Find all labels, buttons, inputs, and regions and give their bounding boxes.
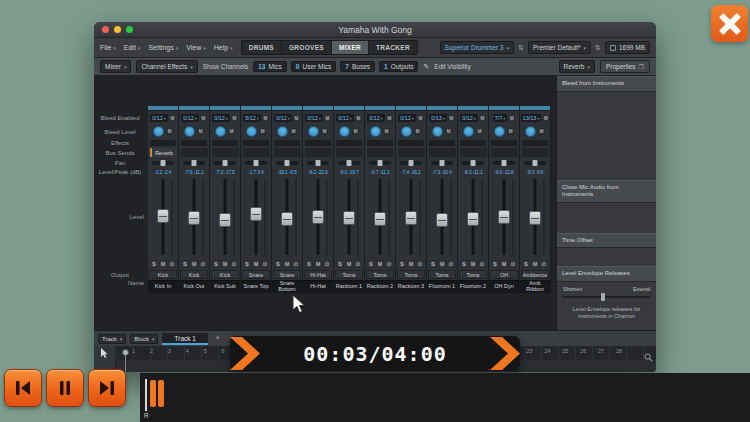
effects-slot[interactable]	[243, 140, 269, 146]
bleed-level-knob[interactable]	[184, 126, 195, 137]
bleed-mute-button[interactable]: M	[169, 115, 176, 122]
bus-send-slot[interactable]	[460, 148, 487, 157]
time-offset-body[interactable]	[557, 248, 656, 266]
bleed-level-mute-button[interactable]: M	[507, 128, 514, 135]
bleed-level-knob[interactable]	[525, 126, 536, 137]
channel-name[interactable]: Amb Ribbon	[520, 280, 550, 293]
effects-slot[interactable]	[398, 140, 424, 146]
bleed-level-knob[interactable]	[463, 126, 474, 137]
channel-name[interactable]: OH Dyn	[489, 280, 519, 293]
level-fader[interactable]	[489, 176, 519, 258]
level-fader[interactable]	[241, 176, 271, 258]
pan-handle[interactable]	[378, 160, 383, 166]
bleed-mute-button[interactable]: M	[200, 115, 207, 122]
output-select[interactable]: Toms	[428, 270, 456, 279]
level-fader[interactable]	[179, 176, 209, 258]
level-fader[interactable]	[303, 176, 333, 258]
mute-button[interactable]: M	[469, 260, 477, 268]
channel-effects-select[interactable]: Channel Effects ▾	[136, 60, 197, 73]
output-select[interactable]: Snare	[242, 270, 270, 279]
track-select[interactable]: Track ▾	[98, 334, 126, 344]
mute-button[interactable]: M	[345, 260, 353, 268]
output-select[interactable]: OH	[490, 270, 518, 279]
bleed-level-mute-button[interactable]: M	[352, 128, 359, 135]
fader-handle[interactable]	[498, 210, 510, 224]
bleed-mute-button[interactable]: M	[324, 115, 331, 122]
channel-name[interactable]: Racktom 1	[334, 280, 364, 293]
solo-button[interactable]: S	[522, 260, 530, 268]
output-select[interactable]: Ambience	[521, 270, 549, 279]
channel-name[interactable]: Snare Top	[241, 280, 271, 293]
mute-button[interactable]: M	[438, 260, 446, 268]
bleed-level-knob[interactable]	[339, 126, 350, 137]
effects-slot[interactable]	[336, 140, 362, 146]
bleed-level-mute-button[interactable]: M	[538, 128, 545, 135]
pan-slider[interactable]	[369, 161, 391, 165]
bleed-enabled-select[interactable]: 5/12 ▾	[243, 114, 261, 122]
bus-send-slot[interactable]	[336, 148, 363, 157]
pan-slider[interactable]	[276, 161, 298, 165]
bus-send-slot[interactable]	[429, 148, 456, 157]
bleed-level-knob[interactable]	[153, 126, 164, 137]
fader-handle[interactable]	[374, 212, 386, 226]
output-select[interactable]: Toms	[397, 270, 425, 279]
bleed-enabled-select[interactable]: 0/12 ▾	[305, 114, 323, 122]
pointer-tool-icon[interactable]	[100, 348, 109, 359]
output-select[interactable]: Toms	[335, 270, 363, 279]
bleed-level-mute-button[interactable]: M	[228, 128, 235, 135]
pan-handle[interactable]	[502, 160, 507, 166]
pan-handle[interactable]	[192, 160, 197, 166]
fader-handle[interactable]	[405, 211, 417, 225]
bus-send-slot[interactable]	[181, 148, 208, 157]
channel-count-filter[interactable]: 1 Outputs	[379, 61, 418, 72]
effects-slot[interactable]	[181, 140, 207, 146]
channel-name[interactable]: Floortom 1	[427, 280, 457, 293]
bleed-level-knob[interactable]	[370, 126, 381, 137]
level-fader[interactable]	[334, 176, 364, 258]
bleed-enabled-select[interactable]: 0/12 ▾	[181, 114, 199, 122]
fader-handle[interactable]	[343, 211, 355, 225]
solo-button[interactable]: S	[429, 260, 437, 268]
solo-button[interactable]: S	[336, 260, 344, 268]
zoom-tool-icon[interactable]	[644, 348, 653, 366]
level-fader[interactable]	[427, 176, 457, 258]
channel-name[interactable]: Racktom 3	[396, 280, 426, 293]
solo-button[interactable]: S	[398, 260, 406, 268]
channel-count-filter[interactable]: 13 Mics	[253, 61, 287, 72]
bleed-instruments-list[interactable]	[557, 92, 656, 180]
preset-prev-next-icon[interactable]: ⇅	[595, 44, 601, 52]
phase-invert-button[interactable]: ∅	[199, 260, 207, 268]
phase-invert-button[interactable]: ∅	[509, 260, 517, 268]
bus-send-slot[interactable]	[491, 148, 518, 157]
solo-button[interactable]: S	[274, 260, 282, 268]
section-bleed-from-instruments[interactable]: Bleed from Instruments	[557, 76, 656, 92]
bus-send-slot[interactable]	[367, 148, 394, 157]
bleed-mute-button[interactable]: M	[479, 115, 486, 122]
effect-select[interactable]: Reverb ▾	[559, 60, 595, 73]
mute-button[interactable]: M	[159, 260, 167, 268]
menu-edit[interactable]: Edit ▾	[124, 44, 141, 51]
bleed-enabled-select[interactable]: 0/12 ▾	[336, 114, 354, 122]
section-level-envelope-releases[interactable]: Level Envelope Releases	[557, 266, 656, 282]
bleed-enabled-select[interactable]: 7/7 ▾	[493, 114, 508, 122]
add-track-button[interactable]: +	[212, 334, 223, 343]
solo-button[interactable]: S	[305, 260, 313, 268]
channel-name[interactable]: Hi-Hat	[303, 280, 333, 293]
fader-handle[interactable]	[467, 212, 479, 226]
effects-slot[interactable]	[150, 140, 176, 146]
menu-file[interactable]: File ▾	[100, 44, 116, 51]
fader-handle[interactable]	[436, 213, 448, 227]
channel-name[interactable]: Snare Bottom	[272, 280, 302, 293]
bus-send-slot[interactable]	[274, 148, 301, 157]
bleed-level-knob[interactable]	[246, 126, 257, 137]
bleed-mute-button[interactable]: M	[293, 115, 300, 122]
menu-help[interactable]: Help ▾	[214, 44, 233, 51]
bus-send-slot[interactable]	[243, 148, 270, 157]
level-fader[interactable]	[396, 176, 426, 258]
close-mic-list[interactable]	[557, 203, 656, 233]
channel-name[interactable]: Kick In	[148, 280, 178, 293]
solo-button[interactable]: S	[212, 260, 220, 268]
preset-select[interactable]: Premier Default* ▾	[528, 41, 591, 54]
level-fader[interactable]	[365, 176, 395, 258]
level-fader[interactable]	[520, 176, 550, 258]
